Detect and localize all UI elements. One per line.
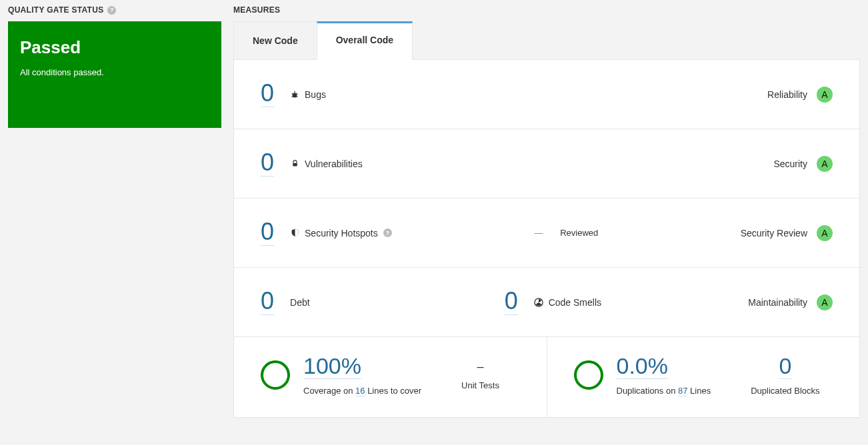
svg-point-0 xyxy=(293,93,297,97)
coverage-block: 100% Coverage on 16 Lines to cover – Uni… xyxy=(234,337,547,417)
hotspots-count[interactable]: 0 xyxy=(261,220,274,246)
row-bugs: 0 Bugs Reliability A xyxy=(234,60,859,129)
security-label: Security xyxy=(773,159,807,169)
row-vulnerabilities: 0 Vulnerabilities Security A xyxy=(234,129,859,199)
duplications-lines-link[interactable]: 87 xyxy=(678,386,687,396)
unit-tests-label: Unit Tests xyxy=(461,380,499,390)
svg-rect-6 xyxy=(293,163,297,167)
security-review-label: Security Review xyxy=(741,228,807,238)
tab-overall-code[interactable]: Overall Code xyxy=(317,21,413,60)
duplications-text-suffix: Lines xyxy=(687,386,711,396)
coverage-text-prefix: Coverage on xyxy=(303,386,355,396)
quality-gate-subtext: All conditions passed. xyxy=(20,67,209,77)
maintainability-label: Maintainability xyxy=(748,297,807,308)
vulnerabilities-label: Vulnerabilities xyxy=(305,159,363,169)
row-coverage-duplications: 100% Coverage on 16 Lines to cover – Uni… xyxy=(234,337,859,417)
reliability-label: Reliability xyxy=(767,89,807,100)
tabs: New Code Overall Code xyxy=(233,21,860,60)
debt-count[interactable]: 0 xyxy=(261,289,274,315)
duplications-block: 0.0% Duplications on 87 Lines 0 Duplicat… xyxy=(547,337,860,417)
svg-line-2 xyxy=(292,93,293,94)
security-rating[interactable]: A xyxy=(817,156,833,172)
hotspots-label: Security Hotspots xyxy=(305,228,378,238)
svg-line-3 xyxy=(297,93,298,94)
row-hotspots: 0 Security Hotspots ? — Reviewed Securit… xyxy=(234,199,859,268)
unit-tests-value: – xyxy=(461,360,499,374)
coverage-value[interactable]: 100% xyxy=(303,354,361,379)
vulnerabilities-count[interactable]: 0 xyxy=(261,151,274,177)
tab-new-code[interactable]: New Code xyxy=(233,21,317,59)
reviewed-value: — xyxy=(534,228,544,238)
reviewed-label: Reviewed xyxy=(560,228,598,238)
debt-label: Debt xyxy=(290,297,310,308)
duplications-value[interactable]: 0.0% xyxy=(617,354,669,379)
duplicated-blocks-value[interactable]: 0 xyxy=(779,354,791,379)
coverage-text-suffix: Lines to cover xyxy=(365,386,422,396)
row-maintainability: 0 Debt 0 Code Smells Maintainability A xyxy=(234,268,859,337)
svg-line-5 xyxy=(297,96,298,97)
quality-gate-card: Passed All conditions passed. xyxy=(8,21,221,128)
duplications-text-prefix: Duplications on xyxy=(617,386,679,396)
measures-panel: 0 Bugs Reliability A 0 Vulne xyxy=(233,60,860,418)
coverage-lines-link[interactable]: 16 xyxy=(355,386,365,396)
help-icon[interactable]: ? xyxy=(107,6,116,15)
bugs-count[interactable]: 0 xyxy=(261,81,274,107)
duplications-ring-icon xyxy=(574,360,603,390)
security-review-rating[interactable]: A xyxy=(817,225,833,241)
measures-heading: Measures xyxy=(233,5,280,15)
duplicated-blocks-label: Duplicated Blocks xyxy=(751,386,819,396)
code-smells-label: Code Smells xyxy=(549,297,601,308)
shield-icon xyxy=(290,228,299,238)
code-smell-icon xyxy=(534,298,543,307)
coverage-ring-icon xyxy=(261,360,290,390)
lock-icon xyxy=(290,159,299,169)
bugs-label: Bugs xyxy=(305,89,326,100)
svg-line-4 xyxy=(292,96,293,97)
quality-gate-status: Passed xyxy=(20,37,209,58)
quality-gate-heading: Quality Gate Status xyxy=(8,5,103,15)
bug-icon xyxy=(290,90,299,99)
code-smells-count[interactable]: 0 xyxy=(505,289,518,315)
help-icon[interactable]: ? xyxy=(383,228,392,237)
maintainability-rating[interactable]: A xyxy=(817,294,833,310)
reliability-rating[interactable]: A xyxy=(817,87,833,103)
